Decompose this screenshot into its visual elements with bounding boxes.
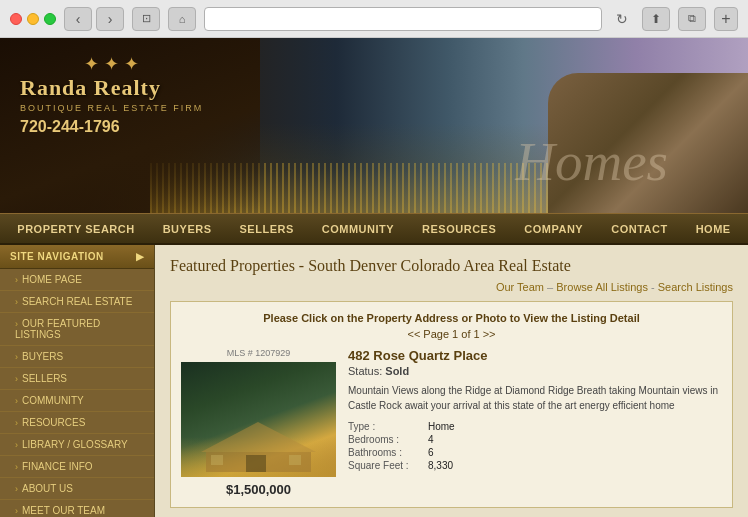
sidebar-arrow-icon: ›	[15, 374, 18, 384]
search-listings-link[interactable]: Search Listings	[658, 281, 733, 293]
new-tab-button[interactable]: +	[714, 7, 738, 31]
sidebar-arrow-icon: ›	[15, 484, 18, 494]
sidebar-arrow-icon: ›	[15, 462, 18, 472]
type-label: Type :	[348, 421, 428, 432]
back-button[interactable]: ‹	[64, 7, 92, 31]
nav-item-company[interactable]: COMPANY	[510, 213, 597, 245]
sqft-label: Square Feet :	[348, 460, 428, 471]
sidebar-arrow-icon: ›	[15, 297, 18, 307]
svg-rect-4	[289, 455, 301, 465]
property-listing: MLS # 1207929	[181, 348, 722, 497]
sidebar-arrow-icon: ›	[15, 319, 18, 329]
property-instruction: Please Click on the Property Address or …	[181, 312, 722, 324]
nav-item-contact[interactable]: CONTACT	[597, 213, 681, 245]
sidebar-item-library[interactable]: ›LIBRARY / GLOSSARY	[0, 434, 154, 456]
bedrooms-value: 4	[428, 434, 722, 445]
tab-view-button[interactable]: ⧉	[678, 7, 706, 31]
page-subtitle: Our Team – Browse All Listings - Search …	[170, 281, 733, 293]
logo-phone: 720-244-1796	[20, 118, 203, 136]
share-button[interactable]: ⬆	[642, 7, 670, 31]
bathrooms-label: Bathrooms :	[348, 447, 428, 458]
mls-number: MLS # 1207929	[181, 348, 336, 358]
sidebar: SITE NAVIGATION ▶ ›HOME PAGE ›SEARCH REA…	[0, 245, 155, 517]
main-navigation: PROPERTY SEARCH BUYERS SELLERS COMMUNITY…	[0, 213, 748, 245]
sidebar-arrow-icon: ›	[15, 396, 18, 406]
sidebar-arrow-icon: ›	[15, 440, 18, 450]
sidebar-item-sellers[interactable]: ›SELLERS	[0, 368, 154, 390]
nav-item-home[interactable]: HOME	[682, 213, 745, 245]
property-image-area: MLS # 1207929	[181, 348, 336, 497]
logo-title: Randa Realty	[20, 75, 203, 101]
logo-decoration: ✦ ✦ ✦	[20, 53, 203, 75]
sidebar-item-finance[interactable]: ›FINANCE INFO	[0, 456, 154, 478]
sidebar-toggle-icon[interactable]: ▶	[136, 251, 145, 262]
sidebar-item-featured-listings[interactable]: ›OUR FEATURED LISTINGS	[0, 313, 154, 346]
sqft-value: 8,330	[428, 460, 722, 471]
browse-listings-link[interactable]: Browse All Listings	[556, 281, 648, 293]
svg-rect-3	[211, 455, 223, 465]
sidebar-arrow-icon: ›	[15, 506, 18, 516]
reader-view-button[interactable]: ⊡	[132, 7, 160, 31]
svg-rect-2	[246, 455, 266, 472]
maximize-button[interactable]	[44, 13, 56, 25]
sidebar-item-resources[interactable]: ›RESOURCES	[0, 412, 154, 434]
content-area: SITE NAVIGATION ▶ ›HOME PAGE ›SEARCH REA…	[0, 245, 748, 517]
property-details: 482 Rose Quartz Place Status: Sold Mount…	[348, 348, 722, 497]
status-value: Sold	[385, 365, 409, 377]
bathrooms-value: 6	[428, 447, 722, 458]
property-box: Please Click on the Property Address or …	[170, 301, 733, 508]
price-value: $1,500,000	[226, 482, 291, 497]
sidebar-item-team[interactable]: ›MEET OUR TEAM	[0, 500, 154, 517]
bedrooms-label: Bedrooms :	[348, 434, 428, 445]
minimize-button[interactable]	[27, 13, 39, 25]
property-specs: Type : Home Bedrooms : 4 Bathrooms : 6 S…	[348, 421, 722, 471]
property-image[interactable]	[181, 362, 336, 477]
sidebar-item-search-real-estate[interactable]: ›SEARCH REAL ESTATE	[0, 291, 154, 313]
our-team-link[interactable]: Our Team	[496, 281, 544, 293]
page-title: Featured Properties - South Denver Color…	[170, 257, 733, 275]
logo-subtitle: Boutique Real Estate Firm	[20, 103, 203, 113]
property-pagination: << Page 1 of 1 >>	[181, 328, 722, 340]
header: ✦ ✦ ✦ Randa Realty Boutique Real Estate …	[0, 38, 748, 213]
home-button[interactable]: ⌂	[168, 7, 196, 31]
traffic-lights	[10, 13, 56, 25]
type-value: Home	[428, 421, 722, 432]
main-content: Featured Properties - South Denver Color…	[155, 245, 748, 517]
subtitle-separator2: -	[651, 281, 658, 293]
nav-item-buyers[interactable]: BUYERS	[149, 213, 226, 245]
property-description: Mountain Views along the Ridge at Diamon…	[348, 383, 722, 413]
browser-chrome: ‹ › ⊡ ⌂ ↻ ⬆ ⧉ +	[0, 0, 748, 38]
status-label: Status:	[348, 365, 382, 377]
sidebar-item-about[interactable]: ›ABOUT US	[0, 478, 154, 500]
property-status: Status: Sold	[348, 365, 722, 377]
sidebar-item-home-page[interactable]: ›HOME PAGE	[0, 269, 154, 291]
close-button[interactable]	[10, 13, 22, 25]
reload-button[interactable]: ↻	[610, 7, 634, 31]
homes-text: Homes	[515, 130, 668, 193]
forward-button[interactable]: ›	[96, 7, 124, 31]
nav-item-sellers[interactable]: SELLERS	[226, 213, 308, 245]
nav-item-resources[interactable]: RESOURCES	[408, 213, 510, 245]
sidebar-arrow-icon: ›	[15, 418, 18, 428]
property-address[interactable]: 482 Rose Quartz Place	[348, 348, 722, 363]
subtitle-separator: –	[547, 281, 556, 293]
sidebar-header: SITE NAVIGATION ▶	[0, 245, 154, 269]
website: ✦ ✦ ✦ Randa Realty Boutique Real Estate …	[0, 38, 748, 517]
sidebar-item-community[interactable]: ›COMMUNITY	[0, 390, 154, 412]
sidebar-arrow-icon: ›	[15, 352, 18, 362]
sidebar-header-label: SITE NAVIGATION	[10, 251, 104, 262]
property-price: $1,500,000	[181, 482, 336, 497]
svg-marker-0	[201, 422, 316, 452]
address-bar[interactable]	[204, 7, 602, 31]
nav-item-community[interactable]: COMMUNITY	[308, 213, 408, 245]
nav-buttons: ‹ ›	[64, 7, 124, 31]
sidebar-item-buyers[interactable]: ›BUYERS	[0, 346, 154, 368]
sidebar-arrow-icon: ›	[15, 275, 18, 285]
nav-item-property-search[interactable]: PROPERTY SEARCH	[3, 213, 148, 245]
